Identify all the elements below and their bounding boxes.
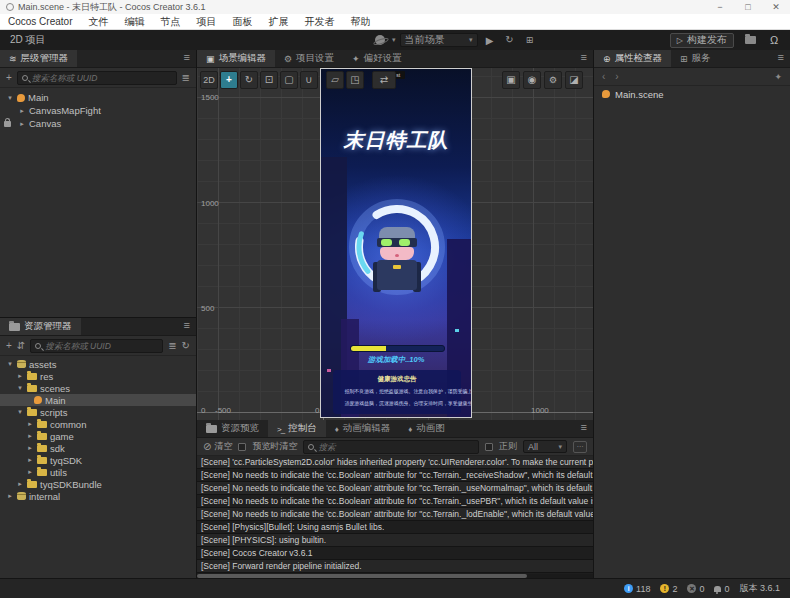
assets-menu-icon[interactable] bbox=[184, 320, 190, 331]
tab-console[interactable]: 控制台 bbox=[268, 420, 326, 437]
gizmo-tool-button[interactable] bbox=[300, 71, 318, 89]
log-row[interactable]: [Scene] No needs to indicate the 'cc.Boo… bbox=[197, 495, 593, 508]
menu-developer[interactable]: 开发者 bbox=[296, 14, 342, 30]
game-canvas-preview[interactable]: test 末日特工队 bbox=[320, 68, 472, 418]
tab-project-settings[interactable]: 项目设置 bbox=[275, 50, 343, 67]
info-counter[interactable]: i 118 bbox=[624, 584, 650, 594]
support-headset-icon[interactable] bbox=[766, 32, 782, 48]
assets-list-view-icon[interactable]: ≣ bbox=[168, 340, 176, 351]
console-log-list[interactable]: [Scene] 'cc.ParticleSystem2D.color' hide… bbox=[197, 456, 593, 578]
tab-animation-editor[interactable]: 动画编辑器 bbox=[326, 420, 400, 437]
scene-menu-icon[interactable] bbox=[581, 52, 587, 63]
collapse-messages-button[interactable]: ⋯ bbox=[573, 441, 587, 453]
menu-cocos-creator[interactable]: Cocos Creator bbox=[0, 14, 80, 30]
scale-tool-button[interactable] bbox=[260, 71, 278, 89]
assets-search[interactable] bbox=[30, 339, 163, 353]
history-forward-button[interactable]: › bbox=[615, 71, 618, 82]
platform-globe-icon[interactable] bbox=[372, 32, 388, 48]
asset-row-utils[interactable]: utils bbox=[0, 466, 196, 478]
log-row[interactable]: [Scene] [PHYSICS]: using builtin. bbox=[197, 534, 593, 547]
console-search-input[interactable] bbox=[318, 442, 474, 452]
toggle-2d-button[interactable]: 2D bbox=[200, 71, 218, 89]
build-publish-button[interactable]: 构建发布 bbox=[670, 33, 734, 48]
tab-scene-editor[interactable]: 场景编辑器 bbox=[197, 50, 275, 67]
tab-animation-graph[interactable]: 动画图 bbox=[399, 420, 454, 437]
caret-closed-icon[interactable] bbox=[18, 120, 26, 128]
console-search[interactable] bbox=[303, 440, 479, 454]
current-scene-dropdown[interactable]: 当前场景 ▾ bbox=[400, 33, 478, 47]
menu-help[interactable]: 帮助 bbox=[342, 14, 378, 30]
assets-search-input[interactable] bbox=[45, 341, 158, 351]
warning-counter[interactable]: ! 2 bbox=[660, 584, 677, 594]
log-row[interactable]: [Scene] No needs to indicate the 'cc.Boo… bbox=[197, 508, 593, 521]
log-row[interactable]: [Scene] No needs to indicate the 'cc.Boo… bbox=[197, 469, 593, 482]
assets-sort-button[interactable]: ⇵ bbox=[17, 340, 25, 351]
snap-split-button[interactable] bbox=[372, 71, 396, 89]
hierarchy-search-input[interactable] bbox=[32, 73, 172, 83]
asset-row-tyqsdkbundle[interactable]: tyqSDKBundle bbox=[0, 478, 196, 490]
asset-row-game[interactable]: game bbox=[0, 430, 196, 442]
caret-open-icon[interactable] bbox=[6, 94, 14, 102]
inspector-scene-item[interactable]: Main.scene bbox=[594, 86, 790, 102]
caret-closed-icon[interactable] bbox=[18, 107, 26, 115]
menu-panel[interactable]: 面板 bbox=[224, 14, 260, 30]
platform-dropdown-chevron-icon[interactable]: ▾ bbox=[392, 36, 396, 44]
log-row[interactable]: [Scene] [Physics][Bullet]: Using asmjs B… bbox=[197, 521, 593, 534]
pin-icon[interactable]: ✦ bbox=[774, 72, 782, 82]
asset-row-internal[interactable]: internal bbox=[0, 490, 196, 502]
history-back-button[interactable]: ‹ bbox=[602, 71, 605, 82]
asset-row-sdk[interactable]: sdk bbox=[0, 442, 196, 454]
hierarchy-node-canvas[interactable]: Canvas bbox=[0, 117, 196, 130]
menu-edit[interactable]: 编辑 bbox=[116, 14, 152, 30]
maximize-button[interactable]: □ bbox=[734, 0, 762, 14]
rect-tool-button[interactable] bbox=[280, 71, 298, 89]
move-tool-button[interactable] bbox=[220, 71, 238, 89]
hierarchy-node-main[interactable]: Main bbox=[0, 91, 196, 104]
tab-inspector[interactable]: 属性检查器 bbox=[594, 50, 671, 67]
asset-row-scenes[interactable]: scenes bbox=[0, 382, 196, 394]
rotate-tool-button[interactable] bbox=[240, 71, 258, 89]
tab-assets[interactable]: 资源管理器 bbox=[0, 318, 81, 335]
error-counter[interactable]: ✕ 0 bbox=[687, 584, 704, 594]
log-row[interactable]: [Scene] No needs to indicate the 'cc.Boo… bbox=[197, 482, 593, 495]
coordinate-button[interactable] bbox=[346, 71, 364, 89]
reload-button[interactable] bbox=[502, 32, 518, 48]
menu-node[interactable]: 节点 bbox=[152, 14, 188, 30]
log-row[interactable]: [Scene] 'cc.ParticleSystem2D.color' hide… bbox=[197, 456, 593, 469]
hierarchy-node-canvasmapfight[interactable]: CanvasMapFight bbox=[0, 104, 196, 117]
asset-row-main-scene[interactable]: Main bbox=[0, 394, 196, 406]
debug-grid-icon[interactable] bbox=[522, 32, 538, 48]
tab-preferences[interactable]: 偏好设置 bbox=[343, 50, 411, 67]
close-button[interactable]: ✕ bbox=[762, 0, 790, 14]
asset-row-res[interactable]: res bbox=[0, 370, 196, 382]
inspector-menu-icon[interactable] bbox=[778, 52, 784, 63]
hierarchy-search[interactable] bbox=[17, 71, 177, 85]
play-button[interactable]: ▶ bbox=[482, 32, 498, 48]
clear-on-preview-checkbox[interactable] bbox=[238, 443, 246, 451]
minimize-button[interactable]: − bbox=[706, 0, 734, 14]
hierarchy-add-button[interactable]: + bbox=[6, 72, 12, 83]
assets-refresh-icon[interactable] bbox=[182, 340, 190, 351]
tab-hierarchy[interactable]: 层级管理器 bbox=[0, 50, 77, 67]
asset-row-tyqsdk[interactable]: tyqSDK bbox=[0, 454, 196, 466]
notification-counter[interactable]: 0 bbox=[714, 584, 729, 594]
hierarchy-menu-icon[interactable] bbox=[184, 52, 190, 63]
view-1to1-button[interactable] bbox=[502, 71, 520, 89]
console-clear-button[interactable]: 清空 bbox=[203, 440, 232, 453]
asset-row-common[interactable]: common bbox=[0, 418, 196, 430]
lock-icon[interactable] bbox=[4, 121, 11, 127]
console-menu-icon[interactable] bbox=[581, 422, 587, 433]
camera-settings-button[interactable] bbox=[523, 71, 541, 89]
display-settings-button[interactable] bbox=[565, 71, 583, 89]
log-row[interactable]: [Scene] Cocos Creator v3.6.1 bbox=[197, 547, 593, 560]
asset-row-scripts[interactable]: scripts bbox=[0, 406, 196, 418]
hierarchy-filter-icon[interactable]: ≣ bbox=[182, 72, 190, 83]
log-filter-dropdown[interactable]: All ▾ bbox=[523, 440, 567, 453]
menu-project[interactable]: 项目 bbox=[188, 14, 224, 30]
asset-row-assets[interactable]: assets bbox=[0, 358, 196, 370]
assets-add-button[interactable]: + bbox=[6, 340, 12, 351]
regex-checkbox[interactable] bbox=[485, 443, 493, 451]
tab-services[interactable]: 服务 bbox=[671, 50, 720, 67]
scene-viewport[interactable]: 1500 1000 500 0 -500 0 500 1000 2D bbox=[197, 68, 593, 420]
log-row[interactable]: [Scene] Forward render pipeline initiali… bbox=[197, 560, 593, 573]
